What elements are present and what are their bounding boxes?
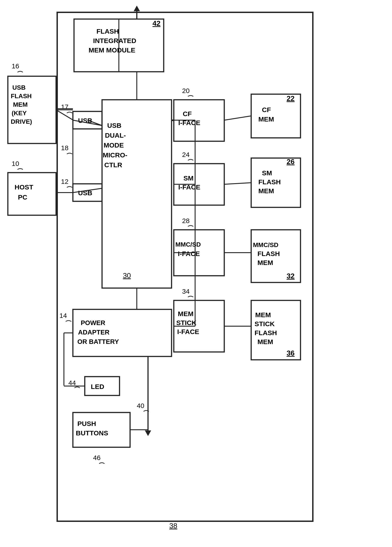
- flash-module-label-line2: INTEGRATED: [93, 37, 136, 44]
- usb-flash-mem-label2: FLASH: [11, 93, 32, 100]
- flash-module-label-line3: MEM MODULE: [89, 46, 135, 54]
- flash-module-label-line1: FLASH: [96, 27, 119, 35]
- ref-14: 14: [59, 312, 67, 319]
- sm-flash-mem-label1: SM: [262, 169, 272, 177]
- led-label: LED: [91, 383, 104, 390]
- ref-44: 44: [69, 379, 76, 386]
- mem-stick-flash-label2: STICK: [254, 320, 275, 328]
- ref-26: 26: [287, 157, 295, 166]
- sm-iface-label1: SM: [183, 174, 193, 182]
- power-adapter-label3: OR BATTERY: [77, 338, 119, 345]
- mmc-sd-flash-label1: MMC/SD: [253, 241, 279, 248]
- ref-22: 22: [287, 94, 295, 103]
- mmc-sd-flash-label2: FLASH: [257, 250, 280, 257]
- push-buttons-label1: PUSH: [77, 420, 96, 427]
- push-buttons-label2: BUTTONS: [76, 429, 108, 437]
- usb-ctlr-label5: CTLR: [104, 161, 122, 169]
- host-pc-label1: HOST: [14, 183, 33, 191]
- ref-30: 30: [123, 272, 131, 280]
- power-adapter-label1: POWER: [81, 319, 105, 326]
- usb-ctlr-label3: MODE: [103, 142, 124, 149]
- power-adapter-label2: ADAPTER: [78, 329, 110, 336]
- ref-20: 20: [182, 87, 190, 94]
- cf-iface-label1: CF: [183, 110, 192, 117]
- mem-stick-flash-label4: MEM: [257, 338, 273, 345]
- ref-46: 46: [93, 454, 100, 461]
- usb-ctlr-label4: MICRO-: [103, 151, 127, 159]
- cf-mem-label2: MEM: [258, 116, 274, 123]
- ref-16: 16: [12, 62, 19, 70]
- usb-flash-mem-label4: (KEY: [12, 110, 27, 116]
- usb-flash-mem-label1: USB: [12, 84, 26, 91]
- ref-34: 34: [182, 288, 190, 295]
- ref-38: 38: [169, 522, 177, 530]
- ref-12: 12: [61, 178, 69, 185]
- usb-ctlr-label2: DUAL-: [105, 132, 126, 139]
- usb-flash-mem-label5: DRIVE): [11, 118, 32, 125]
- mmc-sd-iface-label1: MMC/SD: [175, 241, 201, 248]
- sm-flash-mem-label2: FLASH: [258, 178, 281, 186]
- ref-42: 42: [152, 19, 161, 27]
- sm-flash-mem-label3: MEM: [258, 187, 274, 195]
- ref-10: 10: [12, 160, 19, 167]
- ref-24: 24: [182, 151, 190, 158]
- svg-rect-112: [8, 173, 56, 215]
- cf-mem-label1: CF: [262, 106, 271, 113]
- usb-flash-mem-label3: MEM: [13, 101, 28, 108]
- mem-stick-flash-label3: FLASH: [254, 329, 277, 336]
- mmc-sd-flash-label3: MEM: [257, 259, 273, 266]
- mem-stick-iface-label2: STICK: [176, 319, 196, 326]
- mmc-sd-iface-label2: I-FACE: [178, 250, 200, 257]
- usb-ctlr-label1: USB: [107, 122, 121, 129]
- ref-28: 28: [182, 217, 190, 224]
- ref-32: 32: [287, 272, 295, 280]
- mem-stick-iface-label1: MEM: [178, 310, 193, 317]
- ref-36: 36: [287, 349, 295, 357]
- ref-40: 40: [137, 402, 144, 409]
- mem-stick-flash-label1: MEM: [255, 311, 271, 319]
- ref-18: 18: [61, 144, 69, 151]
- host-pc-label2: PC: [18, 193, 27, 201]
- mem-stick-iface-label3: I-FACE: [177, 328, 199, 335]
